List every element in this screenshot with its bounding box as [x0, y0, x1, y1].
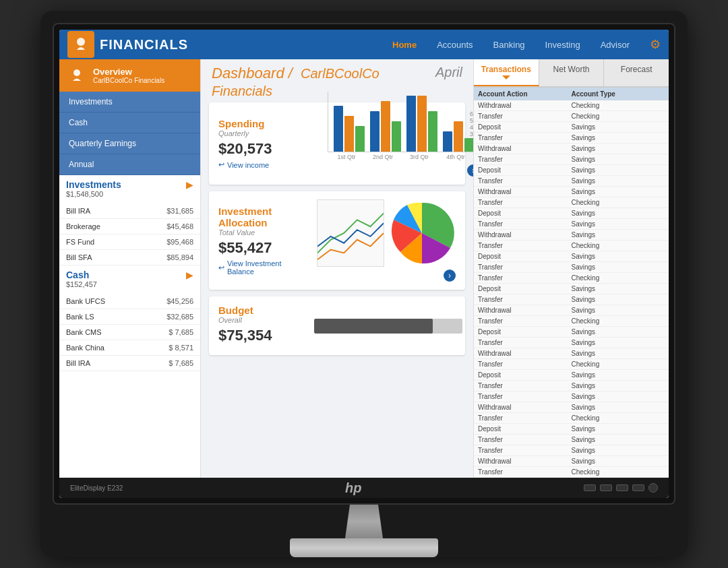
monitor-button-4[interactable] [632, 484, 644, 491]
table-row[interactable]: WithdrawalChecking [474, 100, 669, 111]
allocation-link[interactable]: ↩ View Investment Balance [218, 259, 309, 276]
investment-row-1[interactable]: Brokerage $45,468 [59, 219, 200, 234]
power-button[interactable] [648, 483, 658, 493]
monitor-bottom-bar: EliteDisplay E232 hp [59, 478, 669, 498]
table-row[interactable]: TransferChecking [474, 359, 669, 370]
table-row[interactable]: WithdrawalSavings [474, 305, 669, 316]
cash-row-2[interactable]: Bank CMS $ 7,685 [59, 325, 200, 340]
content-area: Overview CarlBCoolCo Financials Investme… [59, 59, 669, 478]
cards-area: Spending Quarterly $20,573 ↩ View income [201, 102, 473, 369]
table-row[interactable]: DepositSavings [474, 251, 669, 262]
sidebar-header-sub: CarlBCoolCo Financials [93, 77, 164, 84]
cash-row-3[interactable]: Bank China $ 8,571 [59, 340, 200, 356]
right-panel: Transactions Net Worth Forecast Account … [473, 59, 669, 478]
tab-indicator [502, 75, 510, 80]
monitor-button-1[interactable] [584, 484, 596, 491]
allocation-next-arrow[interactable]: › [444, 270, 456, 282]
sidebar-menu-cash[interactable]: Cash [59, 113, 200, 133]
app-title: FINANCIALS [100, 37, 188, 53]
table-row[interactable]: DepositSavings [474, 327, 669, 338]
monitor-stand [53, 505, 675, 557]
cash-row-0[interactable]: Bank UFCS $45,256 [59, 294, 200, 309]
tab-forecast[interactable]: Forecast [604, 59, 669, 86]
monitor-button-3[interactable] [616, 484, 628, 491]
table-row[interactable]: WithdrawalSavings [474, 230, 669, 241]
tab-net-worth[interactable]: Net Worth [539, 59, 605, 86]
table-row[interactable]: DepositSavings [474, 284, 669, 294]
table-row[interactable]: WithdrawalSavings [474, 456, 669, 467]
mini-line-chart [317, 199, 384, 267]
spending-next-arrow[interactable]: › [467, 164, 473, 177]
table-row[interactable]: WithdrawalSavings [474, 348, 669, 359]
table-row[interactable]: TransferSavings [474, 338, 669, 348]
table-row[interactable]: TransferChecking [474, 273, 669, 284]
table-row[interactable]: TransferSavings [474, 176, 669, 187]
spending-card: Spending Quarterly $20,573 ↩ View income [209, 102, 465, 185]
month-label: April [435, 65, 462, 80]
investment-row-0[interactable]: Bill IRA $31,685 [59, 203, 200, 219]
sidebar-investments-section: Investments ▶ $1,548,500 [59, 175, 200, 203]
bar-label-q3: 3rd Qtr [403, 154, 435, 160]
sidebar-header-title: Overview [93, 67, 164, 77]
sidebar-menu-quarterly[interactable]: Quarterly Earnings [59, 133, 200, 154]
table-row[interactable]: TransferSavings [474, 219, 669, 230]
cash-row-1[interactable]: Bank LS $32,685 [59, 309, 200, 325]
table-row[interactable]: TransferSavings [474, 381, 669, 391]
screen-bezel: FINANCIALS Home Accounts Banking Investi… [53, 23, 675, 505]
table-row[interactable]: WithdrawalSavings [474, 187, 669, 197]
nav-advisor[interactable]: Advisor [601, 40, 630, 50]
table-row[interactable]: DepositSavings [474, 122, 669, 133]
nav-home[interactable]: Home [392, 40, 417, 50]
allocation-card-inner: Investment Allocation Total Value $55,42… [218, 199, 456, 282]
table-row[interactable]: TransferChecking [474, 467, 669, 478]
spending-link[interactable]: ↩ View income [218, 160, 306, 169]
bar-labels: 1st Qtr 2nd Qtr 3rd Qtr 4th Qtr [328, 152, 473, 162]
table-row[interactable]: DepositSavings [474, 370, 669, 381]
table-row[interactable]: DepositSavings [474, 208, 669, 219]
cash-row-4[interactable]: Bill IRA $ 7,685 [59, 356, 200, 371]
table-row[interactable]: TransferChecking [474, 111, 669, 122]
table-row[interactable]: TransferSavings [474, 294, 669, 305]
bar-group-q3 [406, 96, 437, 152]
table-row[interactable]: TransferSavings [474, 445, 669, 456]
table-row[interactable]: TransferSavings [474, 262, 669, 273]
sidebar-menu-investments[interactable]: Investments [59, 92, 200, 113]
app-logo-icon [71, 35, 90, 54]
sidebar-header: Overview CarlBCoolCo Financials [59, 59, 200, 92]
investment-row-2[interactable]: FS Fund $95,468 [59, 234, 200, 250]
budget-card-left: Budget Overall $75,354 [218, 305, 306, 347]
table-row[interactable]: WithdrawalSavings [474, 144, 669, 154]
allocation-value: $55,427 [218, 239, 309, 257]
table-row[interactable]: TransferSavings [474, 133, 669, 144]
table-row[interactable]: DepositSavings [474, 165, 669, 176]
bar-q4-blue [443, 131, 452, 152]
tab-transactions[interactable]: Transactions [474, 59, 539, 86]
table-row[interactable]: TransferChecking [474, 316, 669, 327]
table-row[interactable]: DepositSavings [474, 424, 669, 435]
budget-subtitle: Overall [218, 316, 306, 324]
bar-q3-orange [417, 96, 427, 152]
monitor-button-2[interactable] [600, 484, 612, 491]
table-row[interactable]: TransferChecking [474, 413, 669, 424]
nav-investing[interactable]: Investing [545, 40, 580, 50]
table-row[interactable]: TransferSavings [474, 435, 669, 445]
budget-title: Budget [218, 305, 306, 316]
table-row[interactable]: TransferSavings [474, 154, 669, 165]
svg-point-1 [73, 69, 80, 76]
sidebar-menu-annual[interactable]: Annual [59, 154, 200, 175]
main-content: Dashboard / CarlBCoolCo Financials April… [201, 59, 473, 478]
table-row[interactable]: TransferChecking [474, 197, 669, 208]
view-income-arrow: ↩ [218, 160, 224, 169]
screen: FINANCIALS Home Accounts Banking Investi… [59, 30, 669, 498]
nav-banking[interactable]: Banking [493, 40, 525, 50]
monitor-brand: EliteDisplay E232 [70, 484, 123, 492]
settings-icon[interactable]: ⚙ [650, 37, 661, 52]
investment-row-3[interactable]: Bill SFA $85,894 [59, 250, 200, 265]
spending-chart: 605040302010 [314, 111, 473, 177]
spending-card-inner: Spending Quarterly $20,573 ↩ View income [218, 111, 456, 177]
table-row[interactable]: WithdrawalSavings [474, 402, 669, 413]
nav-accounts[interactable]: Accounts [437, 40, 473, 50]
investments-section-title: Investments [66, 179, 121, 190]
table-row[interactable]: TransferChecking [474, 241, 669, 251]
table-row[interactable]: TransferSavings [474, 391, 669, 402]
